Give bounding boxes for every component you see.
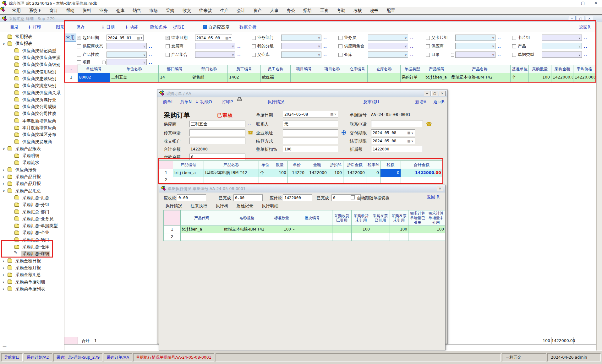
report-column-header[interactable]: 单据类型	[401, 65, 424, 73]
filter-checkbox[interactable]	[338, 53, 342, 57]
chevron-down-icon[interactable]	[232, 45, 234, 48]
exec-cell[interactable]	[292, 233, 332, 241]
report-cell[interactable]: B0002	[78, 73, 110, 82]
report-vertical-scrollbar[interactable]	[596, 22, 602, 350]
tree-expander-icon[interactable]	[3, 147, 8, 151]
tree-item[interactable]: 采购汇总-业务员	[0, 215, 64, 222]
report-column-header[interactable]: -	[64, 65, 78, 73]
print-dropdown-icon[interactable]: ↓	[28, 22, 31, 32]
exec-close-icon[interactable]: ✕	[437, 186, 443, 191]
tree-item[interactable]: 供应商按满意级别	[0, 82, 64, 89]
order-print-button[interactable]: 打印P	[222, 97, 233, 106]
tree-item[interactable]: 采购汇总-部门	[0, 208, 64, 215]
filter-control[interactable]	[107, 59, 147, 65]
report-column-header[interactable]: 员工编号	[228, 65, 261, 73]
report-cell[interactable]: 欧红福	[261, 73, 291, 82]
filter-control[interactable]	[368, 43, 408, 49]
filter-checkbox[interactable]	[426, 53, 430, 57]
tree-expander-icon[interactable]	[3, 189, 8, 193]
back-button[interactable]: 返回R	[579, 22, 590, 32]
tree-item[interactable]: 供应商按公司规模	[0, 103, 64, 110]
filter-field[interactable]: 发展商	[166, 43, 253, 50]
menu-item[interactable]: 仓库	[112, 8, 129, 14]
filter-checkbox[interactable]	[77, 53, 81, 57]
conditions-button[interactable]: 附加条件	[150, 22, 167, 32]
report-cell[interactable]: 14	[159, 73, 191, 82]
filter-field[interactable]: 供应商集合	[338, 43, 426, 50]
printer-icon[interactable]	[237, 97, 242, 102]
phone-field[interactable]	[371, 121, 423, 127]
menu-item[interactable]: 帮助	[62, 8, 79, 14]
tree-expander-icon[interactable]	[3, 258, 8, 263]
report-cell[interactable]: 采购订单	[401, 73, 424, 82]
calendar-icon[interactable]	[225, 36, 228, 40]
report-cell[interactable]: 14220.0000	[573, 73, 596, 82]
func-dropdown-icon[interactable]: ↓	[125, 22, 128, 32]
exec-cell[interactable]: 100	[390, 226, 408, 233]
tree-item[interactable]: 采购类单据列表	[0, 285, 64, 292]
exec-column-header[interactable]: 产品代码	[181, 210, 223, 226]
autofit-checkbox[interactable]	[203, 25, 207, 29]
tree-item[interactable]: 供应商按公司性质	[0, 110, 64, 117]
tree-expander-icon[interactable]	[3, 174, 8, 179]
exec-back-button[interactable]: 返回 R	[427, 194, 440, 200]
exec-column-header[interactable]: 批次编号	[292, 210, 332, 226]
order-close-icon[interactable]: ✕	[439, 91, 446, 96]
filter-control[interactable]	[281, 35, 321, 41]
order-detail-column-header[interactable]: 金额	[306, 160, 328, 169]
order-detail-empty-row[interactable]: 2	[159, 177, 443, 183]
menu-item[interactable]: 系统 F	[25, 8, 45, 14]
menu-item[interactable]: 往来款	[195, 8, 216, 14]
tree-expander-icon[interactable]	[3, 280, 8, 285]
report-column-header[interactable]: 采购金额	[551, 65, 573, 73]
settle-field[interactable]	[283, 138, 338, 144]
exec-column-header[interactable]: 标准数量	[271, 210, 292, 226]
exec-column-header[interactable]: 采购发票已引用	[371, 210, 390, 226]
menu-item[interactable]: 常用	[8, 8, 25, 14]
order-detail-column-header[interactable]: 折扣%	[328, 160, 343, 169]
order-cell-price[interactable]: 14220	[288, 169, 306, 177]
statusbar-window-button[interactable]: 采购汇总-详细-Sup_279	[53, 353, 102, 361]
report-column-header[interactable]: 单位名称	[110, 65, 159, 73]
prev-doc-button[interactable]: 前单L	[163, 97, 174, 106]
statusbar-window-button[interactable]: 单据执行情况单据编号AA-24-05-08-0001	[133, 353, 214, 361]
tree-item[interactable]: 采购汇总-仓库	[0, 243, 64, 250]
report-cell[interactable]	[347, 73, 368, 82]
exec-cell[interactable]: 100	[427, 226, 445, 233]
filter-control[interactable]	[195, 52, 235, 58]
filter-control[interactable]	[107, 52, 147, 58]
next-doc-button[interactable]: 后单N	[180, 97, 192, 106]
exec-tab[interactable]: 质检记录	[237, 203, 254, 209]
exec-cell[interactable]	[332, 226, 352, 233]
filter-checkbox[interactable]	[512, 53, 516, 57]
statusbar-window-button[interactable]: 采购订单/AA	[104, 353, 132, 361]
deliver-field[interactable]: 2024-05-08	[371, 129, 415, 136]
report-cell[interactable]: 1422000.00	[551, 73, 573, 82]
order-cell-name[interactable]: I型笔记本电脑-IBM T42	[204, 169, 259, 177]
exec-tab[interactable]: 往来执行	[190, 203, 207, 209]
minimize-icon[interactable]: ─	[569, 1, 572, 5]
menu-item[interactable]: 工资	[316, 8, 333, 14]
order-func-button[interactable]: 功能O	[200, 97, 212, 106]
filter-field[interactable]: 产品	[512, 43, 599, 50]
report-column-header[interactable]: 产品编号	[424, 65, 449, 73]
filter-control[interactable]	[281, 43, 321, 49]
report-cell[interactable]	[317, 73, 347, 82]
filter-checkbox[interactable]	[512, 44, 516, 48]
tree-item[interactable]: 常用报表	[0, 33, 64, 40]
order-detail-column-header[interactable]: -	[159, 160, 173, 169]
filter-field[interactable]: 项目	[77, 59, 164, 66]
filter-checkbox[interactable]	[338, 36, 342, 40]
menu-item[interactable]: 资料	[79, 8, 95, 14]
report-cell[interactable]	[291, 73, 317, 82]
filter-control[interactable]: 2024-05-01	[107, 35, 144, 41]
chevron-down-icon[interactable]	[143, 61, 145, 64]
tree-item[interactable]: 供应商按供应商关系	[0, 89, 64, 96]
exec-cell[interactable]	[223, 233, 271, 241]
chevron-down-icon[interactable]	[143, 45, 145, 48]
supplier-field[interactable]: 三利五金	[189, 121, 245, 127]
filter-field[interactable]: 父卡片组	[426, 34, 513, 41]
exec-column-header[interactable]: -	[163, 210, 181, 226]
menu-item[interactable]: 销售	[129, 8, 145, 14]
filter-checkbox[interactable]	[77, 36, 81, 40]
